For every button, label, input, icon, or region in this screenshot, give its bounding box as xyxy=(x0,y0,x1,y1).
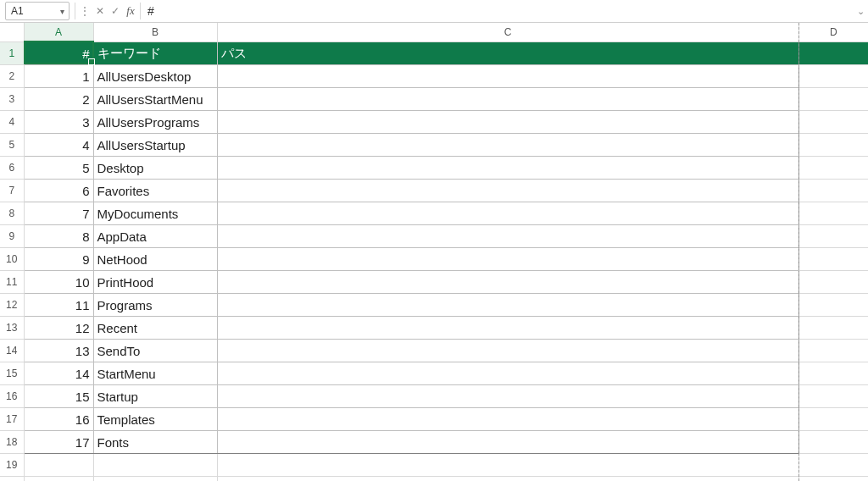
cell-C4[interactable] xyxy=(217,111,798,134)
expand-formula-bar-icon[interactable]: ⌄ xyxy=(853,6,868,17)
cell-B12[interactable]: Programs xyxy=(93,294,217,317)
cell-C19[interactable] xyxy=(217,454,798,477)
cell-C12[interactable] xyxy=(217,294,798,317)
row-header-20[interactable]: 20 xyxy=(0,477,24,482)
formula-input[interactable] xyxy=(147,3,853,19)
cell-D10[interactable] xyxy=(798,248,868,271)
cell-A16[interactable]: 15 xyxy=(24,385,93,408)
select-all-corner[interactable] xyxy=(0,23,24,42)
cell-B5[interactable]: AllUsersStartup xyxy=(93,134,217,157)
row-header-16[interactable]: 16 xyxy=(0,385,24,408)
cell-A17[interactable]: 16 xyxy=(24,408,93,431)
cell-B16[interactable]: Startup xyxy=(93,385,217,408)
cell-A10[interactable]: 9 xyxy=(24,248,93,271)
cell-B10[interactable]: NetHood xyxy=(93,248,217,271)
cell-A1[interactable]: # xyxy=(24,42,93,65)
row-header-10[interactable]: 10 xyxy=(0,248,24,271)
cell-C20[interactable] xyxy=(217,477,798,482)
row-header-13[interactable]: 13 xyxy=(0,317,24,340)
cell-C13[interactable] xyxy=(217,317,798,340)
cell-B11[interactable]: PrintHood xyxy=(93,271,217,294)
cell-A8[interactable]: 7 xyxy=(24,202,93,225)
row-header-12[interactable]: 12 xyxy=(0,294,24,317)
cell-D13[interactable] xyxy=(798,317,868,340)
row-header-9[interactable]: 9 xyxy=(0,225,24,248)
cell-D6[interactable] xyxy=(798,157,868,180)
row-header-8[interactable]: 8 xyxy=(0,202,24,225)
cell-D8[interactable] xyxy=(798,202,868,225)
cell-D1[interactable] xyxy=(798,42,868,65)
cell-C8[interactable] xyxy=(217,202,798,225)
cell-B15[interactable]: StartMenu xyxy=(93,362,217,385)
cell-C5[interactable] xyxy=(217,134,798,157)
cell-D15[interactable] xyxy=(798,362,868,385)
cell-A11[interactable]: 10 xyxy=(24,271,93,294)
cell-A5[interactable]: 4 xyxy=(24,134,93,157)
cell-C11[interactable] xyxy=(217,271,798,294)
row-header-14[interactable]: 14 xyxy=(0,340,24,362)
cell-B18[interactable]: Fonts xyxy=(93,431,217,454)
cancel-icon[interactable]: ✕ xyxy=(92,3,108,19)
cell-A9[interactable]: 8 xyxy=(24,225,93,248)
cell-C1[interactable]: パス xyxy=(217,42,798,65)
cell-B19[interactable] xyxy=(93,454,217,477)
cell-C3[interactable] xyxy=(217,88,798,111)
row-header-6[interactable]: 6 xyxy=(0,157,24,180)
row-header-11[interactable]: 11 xyxy=(0,271,24,294)
row-header-5[interactable]: 5 xyxy=(0,134,24,157)
cell-B2[interactable]: AllUsersDesktop xyxy=(93,65,217,88)
cell-C16[interactable] xyxy=(217,385,798,408)
cell-D7[interactable] xyxy=(798,180,868,202)
cell-B13[interactable]: Recent xyxy=(93,317,217,340)
cell-A15[interactable]: 14 xyxy=(24,362,93,385)
cell-D3[interactable] xyxy=(798,88,868,111)
cell-A20[interactable] xyxy=(24,477,93,482)
row-header-3[interactable]: 3 xyxy=(0,88,24,111)
cell-B14[interactable]: SendTo xyxy=(93,340,217,362)
cell-B3[interactable]: AllUsersStartMenu xyxy=(93,88,217,111)
column-header-C[interactable]: C xyxy=(217,23,798,42)
fx-icon[interactable]: fx xyxy=(123,3,138,19)
cell-D4[interactable] xyxy=(798,111,868,134)
cell-B8[interactable]: MyDocuments xyxy=(93,202,217,225)
column-header-B[interactable]: B xyxy=(93,23,217,42)
row-header-1[interactable]: 1 xyxy=(0,42,24,65)
row-header-4[interactable]: 4 xyxy=(0,111,24,134)
cell-D19[interactable] xyxy=(798,454,868,477)
cell-A2[interactable]: 1 xyxy=(24,65,93,88)
cell-B1[interactable]: キーワード xyxy=(93,42,217,65)
name-box[interactable]: A1 ▾ xyxy=(5,2,70,20)
row-header-17[interactable]: 17 xyxy=(0,408,24,431)
cell-C14[interactable] xyxy=(217,340,798,362)
cell-A7[interactable]: 6 xyxy=(24,180,93,202)
row-header-2[interactable]: 2 xyxy=(0,65,24,88)
spreadsheet-grid[interactable]: ABCD1#キーワードパス21AllUsersDesktop32AllUsers… xyxy=(0,23,868,481)
row-header-7[interactable]: 7 xyxy=(0,180,24,202)
cell-A4[interactable]: 3 xyxy=(24,111,93,134)
cell-B7[interactable]: Favorites xyxy=(93,180,217,202)
cell-B4[interactable]: AllUsersPrograms xyxy=(93,111,217,134)
cell-C18[interactable] xyxy=(217,431,798,454)
column-header-A[interactable]: A xyxy=(24,23,93,42)
cell-A14[interactable]: 13 xyxy=(24,340,93,362)
cell-D20[interactable] xyxy=(798,477,868,482)
row-header-19[interactable]: 19 xyxy=(0,454,24,477)
cell-D2[interactable] xyxy=(798,65,868,88)
cell-A12[interactable]: 11 xyxy=(24,294,93,317)
cell-C7[interactable] xyxy=(217,180,798,202)
accept-icon[interactable]: ✓ xyxy=(108,3,123,19)
cell-A19[interactable] xyxy=(24,454,93,477)
cell-B9[interactable]: AppData xyxy=(93,225,217,248)
cell-D16[interactable] xyxy=(798,385,868,408)
column-header-D[interactable]: D xyxy=(798,23,868,42)
cell-D12[interactable] xyxy=(798,294,868,317)
row-header-15[interactable]: 15 xyxy=(0,362,24,385)
cell-B17[interactable]: Templates xyxy=(93,408,217,431)
cell-B6[interactable]: Desktop xyxy=(93,157,217,180)
cell-C2[interactable] xyxy=(217,65,798,88)
cell-D18[interactable] xyxy=(798,431,868,454)
cell-C15[interactable] xyxy=(217,362,798,385)
cell-D5[interactable] xyxy=(798,134,868,157)
cell-C17[interactable] xyxy=(217,408,798,431)
cell-D14[interactable] xyxy=(798,340,868,362)
